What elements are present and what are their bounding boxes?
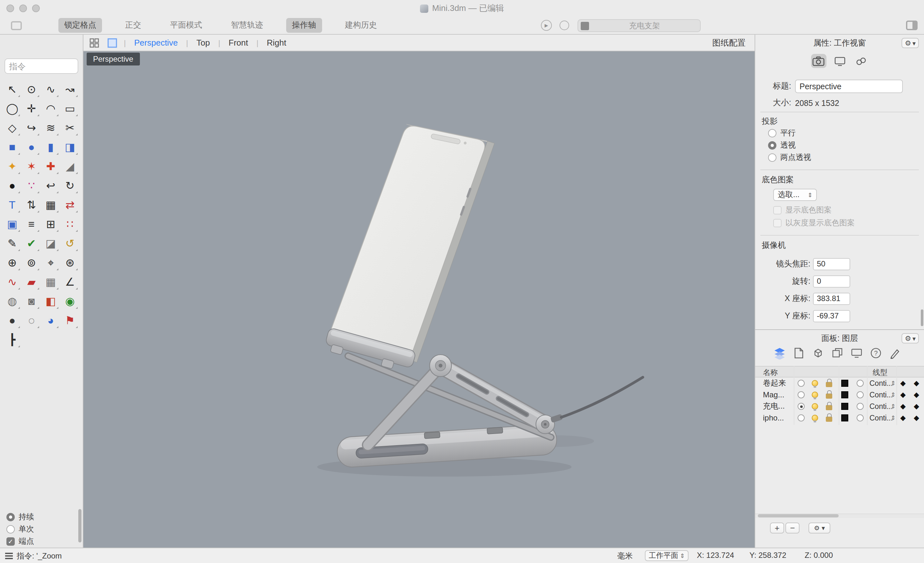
layer-row[interactable]: 充电...Conti...⇕◆◆ <box>755 401 924 412</box>
zoom-window-button[interactable] <box>32 5 40 12</box>
layer-current-radio[interactable] <box>798 391 805 398</box>
box-tab-icon[interactable] <box>812 347 825 359</box>
notes-tab-icon[interactable] <box>792 347 805 359</box>
layer-current-radio[interactable] <box>798 380 805 387</box>
tool-cylinder-button[interactable]: ▮ <box>41 137 60 157</box>
layer-lock-icon[interactable] <box>826 405 832 410</box>
viewport-tab-perspective[interactable]: Perspective <box>126 38 186 48</box>
y-coordinate-input[interactable] <box>813 310 850 322</box>
tool-offset-button[interactable]: ≋ <box>41 118 60 137</box>
layer-row[interactable]: 卷起来Conti...⇕◆◆ <box>755 377 924 389</box>
viewport-title-input[interactable] <box>795 80 903 93</box>
tool-grid-array-button[interactable]: ⊞ <box>41 215 60 234</box>
layers-hscroll-thumb[interactable] <box>758 514 838 517</box>
tool-boolean-button[interactable]: ● <box>3 176 22 195</box>
tool-shade-button[interactable]: ◪ <box>41 234 60 253</box>
tool-insert-point-button[interactable]: ⇅ <box>22 195 41 215</box>
sidebar-toggle-icon[interactable] <box>11 21 22 30</box>
command-input[interactable] <box>4 59 78 74</box>
tool-polygon-button[interactable]: ◇ <box>3 118 22 137</box>
tool-flag-button[interactable]: ⚑ <box>60 311 80 330</box>
layer-visibility-icon[interactable] <box>812 403 818 410</box>
layer-print-color-icon[interactable]: ◆ <box>900 414 906 422</box>
display-tab-icon[interactable] <box>850 347 863 359</box>
record-icon[interactable] <box>560 21 569 30</box>
projection-perspective-radio[interactable] <box>768 141 776 150</box>
tool-curvature-button[interactable]: ∿ <box>3 272 22 291</box>
layer-lock-icon[interactable] <box>826 417 832 422</box>
tool-pointcloud-button[interactable]: ∵ <box>22 176 41 195</box>
focal-length-input[interactable] <box>813 258 850 270</box>
minimize-window-button[interactable] <box>19 5 27 12</box>
brush-tab-icon[interactable] <box>889 347 902 359</box>
tool-check-button[interactable]: ✔ <box>22 234 41 253</box>
wallpaper-grayscale-checkbox[interactable] <box>773 219 782 227</box>
perspective-viewport[interactable]: Perspective <box>83 51 754 548</box>
layer-print-width-icon[interactable]: ◆ <box>914 379 919 387</box>
tool-repair-button[interactable]: ✚ <box>41 157 60 176</box>
persistent-radio[interactable] <box>6 513 15 521</box>
tool-grid-edit-button[interactable]: ▦ <box>41 272 60 291</box>
layer-material-icon[interactable] <box>856 403 864 410</box>
layer-options-button[interactable]: ⚙ ▾ <box>808 522 830 533</box>
layer-visibility-icon[interactable] <box>812 415 818 421</box>
layer-visibility-icon[interactable] <box>812 380 818 386</box>
tool-zoom-in-button[interactable]: ⊕ <box>3 253 22 272</box>
right-panel-toggle-icon[interactable] <box>906 21 918 30</box>
properties-gear-button[interactable]: ⚙ ▾ <box>902 38 919 48</box>
tool-hatch-button[interactable]: ≡ <box>22 215 41 234</box>
layer-color-swatch[interactable] <box>841 414 848 422</box>
show-wallpaper-checkbox[interactable] <box>773 206 782 215</box>
tool-fillet-button[interactable]: ↪ <box>22 118 41 137</box>
tool-surface-button[interactable]: ▣ <box>3 215 22 234</box>
tool-circle-button[interactable]: ◯ <box>3 99 22 118</box>
tool-sphere-button[interactable]: ● <box>22 137 41 157</box>
add-layer-button[interactable]: + <box>770 522 784 533</box>
tool-polyline-button[interactable]: ∿ <box>41 80 60 99</box>
toolbar-button-planar[interactable]: 平面模式 <box>164 18 208 33</box>
tool-trim-button[interactable]: ✂ <box>60 118 80 137</box>
tool-shaded-sphere-button[interactable]: ◍ <box>3 291 22 311</box>
close-window-button[interactable] <box>6 5 14 12</box>
layers-gear-button[interactable]: ⚙ ▾ <box>902 333 919 344</box>
layer-color-swatch[interactable] <box>841 380 848 387</box>
layer-visibility-icon[interactable] <box>812 392 818 398</box>
layer-linetype[interactable]: Conti... <box>870 380 893 387</box>
menu-icon[interactable] <box>5 553 13 559</box>
viewport-tab-right[interactable]: Right <box>258 38 294 48</box>
rotation-input[interactable] <box>813 275 850 287</box>
wallpaper-select[interactable]: 选取... ⇕ <box>773 189 817 201</box>
units-label[interactable]: 毫米 <box>617 551 633 562</box>
tool-select-button[interactable]: ↖ <box>3 80 22 99</box>
tool-align-button[interactable]: ◢ <box>60 157 80 176</box>
single-viewport-icon[interactable] <box>107 38 117 48</box>
tool-extrude-button[interactable]: ◨ <box>60 137 80 157</box>
layers-tab-icon[interactable] <box>773 347 786 359</box>
layer-print-color-icon[interactable]: ◆ <box>900 379 906 387</box>
layer-color-swatch[interactable] <box>841 391 848 398</box>
viewport-tab-top[interactable]: Top <box>188 38 218 48</box>
layer-print-width-icon[interactable]: ◆ <box>914 390 919 399</box>
tool-text-button[interactable]: T <box>3 195 22 215</box>
layer-material-icon[interactable] <box>856 391 864 398</box>
sheets-tab-icon[interactable] <box>831 347 844 359</box>
tool-explode-button[interactable]: ✶ <box>22 157 41 176</box>
tool-plugin-button[interactable]: ✦ <box>3 157 22 176</box>
tool-dark-sphere-button[interactable]: ● <box>3 311 22 330</box>
tool-twist-button[interactable]: ↻ <box>60 176 80 195</box>
layout-config-button[interactable]: 图纸配置 <box>712 37 754 48</box>
tool-zoom-extents-button[interactable]: ⌖ <box>41 253 60 272</box>
tool-curve-button[interactable]: ↝ <box>60 80 80 99</box>
layer-row[interactable]: Mag...Conti...⇕◆◆ <box>755 389 924 401</box>
tool-blue-sphere-button[interactable]: ◕ <box>41 311 60 330</box>
collection-field[interactable]: 充电支架 <box>578 19 701 32</box>
layer-lock-icon[interactable] <box>826 382 832 387</box>
layer-print-width-icon[interactable]: ◆ <box>914 402 919 411</box>
layer-print-color-icon[interactable]: ◆ <box>900 402 906 411</box>
display-properties-icon[interactable] <box>832 54 848 68</box>
link-properties-icon[interactable] <box>853 54 868 68</box>
projection-two-point-radio[interactable] <box>768 153 776 162</box>
tool-edit-button[interactable]: ✎ <box>3 234 22 253</box>
layer-print-color-icon[interactable]: ◆ <box>900 390 906 399</box>
layer-linetype[interactable]: Conti... <box>870 402 893 410</box>
